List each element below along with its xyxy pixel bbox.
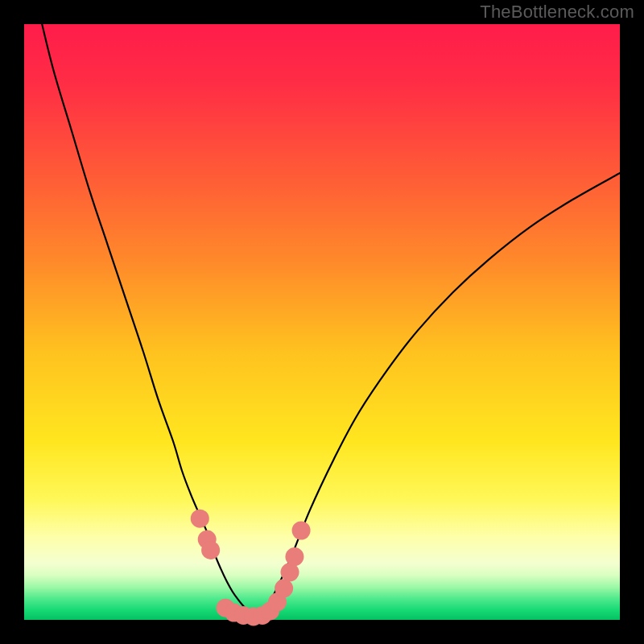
chart-frame: TheBottleneck.com bbox=[0, 0, 644, 644]
curve-marker bbox=[201, 541, 220, 559]
chart-svg bbox=[0, 0, 644, 644]
curve-marker bbox=[275, 579, 293, 597]
curve-marker bbox=[285, 547, 303, 566]
curve-marker bbox=[191, 510, 209, 528]
curve-marker bbox=[292, 522, 311, 540]
watermark-text: TheBottleneck.com bbox=[480, 2, 634, 23]
plot-background bbox=[24, 24, 620, 620]
